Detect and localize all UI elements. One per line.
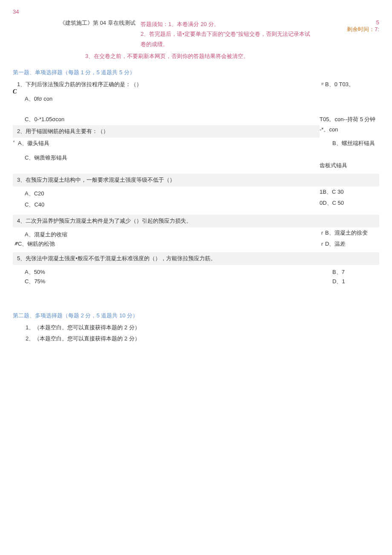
q2-option-b[interactable]: B、螺丝端杆锚具 bbox=[320, 139, 379, 147]
q4-option-a[interactable]: A、混凝土的收缩 bbox=[25, 231, 320, 238]
q1-stem: 1、下列后张法预应力筋的张拉程序正确的是：（） bbox=[13, 81, 320, 88]
q5-stem: 5、先张法中混凝土强度•般应不低于混凝土标准强度的（），方能张拉预应力筋。 bbox=[13, 252, 379, 265]
section-2-title: 第二题、多项选择题（每题 2 分，5 道题共 10 分） bbox=[13, 312, 379, 320]
q3-stem: 3、在预应力混凝土结构中，一般要求混凝土强度等级不低于（） bbox=[13, 174, 379, 186]
q4-option-d[interactable]: ｒD、温差 bbox=[320, 240, 379, 248]
q5-option-b[interactable]: B、7 bbox=[320, 268, 379, 276]
time-remaining-value: 7: bbox=[375, 26, 379, 32]
q3-option-d[interactable]: 0D、C 50 bbox=[320, 199, 379, 210]
notice-line-3: 3、在交卷之前，不要刷新本网页，否则你的答题结果将会被清空。 bbox=[13, 52, 379, 60]
q4-option-c[interactable]: C、钢筋的松弛 bbox=[18, 241, 55, 247]
page-number: 34 bbox=[13, 9, 379, 15]
q1-answer-marker: C bbox=[13, 88, 18, 95]
q2-option-c[interactable]: C、钢质锥形锚具 bbox=[25, 154, 320, 162]
q1-option-b[interactable]: 〃B、0 T03。 bbox=[320, 81, 379, 103]
q1-option-c-right: T05。con--持荷 5 分钟 bbox=[320, 116, 379, 123]
q3-option-b[interactable]: 1B、C 30 bbox=[320, 188, 379, 199]
q5-option-c[interactable]: C、75% bbox=[25, 278, 320, 285]
q2-stem: 2、用于锚固钢筋的锚具主要有：（） bbox=[13, 125, 320, 138]
section2-q2: 2、（本题空白。您可以直接获得本题的 2 分） bbox=[13, 335, 379, 343]
q2-option-d[interactable]: 齿板式锚具 bbox=[320, 154, 379, 169]
q3-option-a[interactable]: A、C20 bbox=[25, 190, 320, 198]
time-remaining-label: 剩余时间： bbox=[347, 26, 375, 32]
q3-option-c[interactable]: C、C40 bbox=[25, 201, 320, 209]
q1-option-c[interactable]: C、0-*1.05σcon bbox=[25, 116, 320, 123]
q5-option-d[interactable]: D、1 bbox=[320, 278, 379, 285]
q2-option-a[interactable]: A、徽头锚具 bbox=[18, 140, 49, 146]
notice-line-1: 答题须知：1、本卷满分 20 分。 bbox=[141, 19, 315, 29]
q4-c-marker: 〃 bbox=[13, 240, 18, 248]
notice-line-2: 2、答完题后，请•定要单击下面的"交卷"按钮交卷，否则无法记录本试卷的成绩。 bbox=[141, 29, 315, 49]
q4-stem: 4、二次升温养护预应力混凝土构件是为了减少（）引起的预应力损失。 bbox=[13, 215, 379, 227]
q4-option-b[interactable]: ｒB、混凝土的徐变 bbox=[320, 229, 379, 240]
quiz-title: 《建筑施工》第 04 章在线测试 bbox=[60, 19, 141, 27]
header-row: 《建筑施工》第 04 章在线测试 答题须知：1、本卷满分 20 分。 2、答完题… bbox=[13, 19, 379, 49]
section2-q1: 1、（本题空白。您可以直接获得本题的 2 分） bbox=[13, 324, 379, 331]
section-1-title: 第一题、单项选择题（每题 1 分，5 道题共 5 分） bbox=[13, 69, 379, 76]
q2-a-marker: ' bbox=[13, 140, 18, 147]
q1-option-a[interactable]: A、0fσ con bbox=[13, 95, 320, 103]
time-number: 5 bbox=[324, 19, 379, 26]
q2-stem-right: -*。con bbox=[320, 123, 379, 139]
q5-option-a[interactable]: A、50% bbox=[25, 268, 320, 276]
